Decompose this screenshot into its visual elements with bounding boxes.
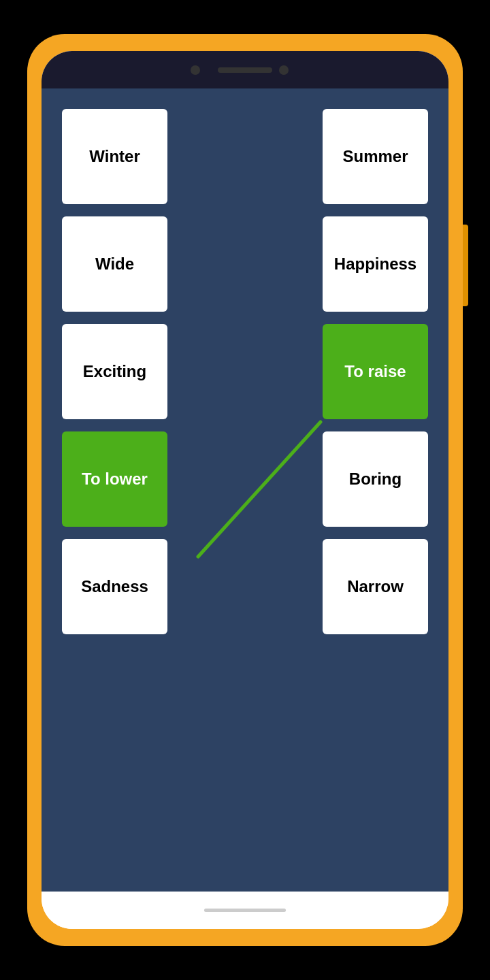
phone-inner: Winter Summer Wide Happiness xyxy=(42,51,448,929)
phone-outer: Winter Summer Wide Happiness xyxy=(27,34,463,946)
home-indicator xyxy=(204,909,286,912)
row-2: Wide Happiness xyxy=(62,216,428,312)
row-5: Sadness Narrow xyxy=(62,539,428,634)
card-exciting[interactable]: Exciting xyxy=(62,324,167,419)
card-wide-label: Wide xyxy=(95,255,134,274)
phone-top-bar xyxy=(42,51,448,88)
card-happiness-label: Happiness xyxy=(334,255,416,274)
phone-bottom-bar xyxy=(42,892,448,929)
card-narrow-label: Narrow xyxy=(347,577,404,596)
camera-dot xyxy=(191,65,200,75)
phone-screen: Winter Summer Wide Happiness xyxy=(42,88,448,892)
card-wide[interactable]: Wide xyxy=(62,216,167,312)
sensor-dot xyxy=(279,65,289,75)
card-to-lower[interactable]: To lower xyxy=(62,431,167,527)
cards-container: Winter Summer Wide Happiness xyxy=(42,102,448,892)
card-sadness[interactable]: Sadness xyxy=(62,539,167,634)
card-summer-label: Summer xyxy=(342,147,408,166)
row-1: Winter Summer xyxy=(62,109,428,204)
card-to-raise[interactable]: To raise xyxy=(323,324,428,419)
card-happiness[interactable]: Happiness xyxy=(323,216,428,312)
speaker-bar xyxy=(218,67,272,73)
card-exciting-label: Exciting xyxy=(83,362,146,381)
row-4: To lower Boring xyxy=(62,431,428,527)
card-winter-label: Winter xyxy=(89,147,140,166)
card-to-lower-label: To lower xyxy=(82,470,148,489)
row-3: Exciting To raise xyxy=(62,324,428,419)
card-boring[interactable]: Boring xyxy=(323,431,428,527)
card-summer[interactable]: Summer xyxy=(323,109,428,204)
card-boring-label: Boring xyxy=(349,470,402,489)
card-to-raise-label: To raise xyxy=(344,362,406,381)
card-narrow[interactable]: Narrow xyxy=(323,539,428,634)
card-sadness-label: Sadness xyxy=(81,577,148,596)
card-winter[interactable]: Winter xyxy=(62,109,167,204)
